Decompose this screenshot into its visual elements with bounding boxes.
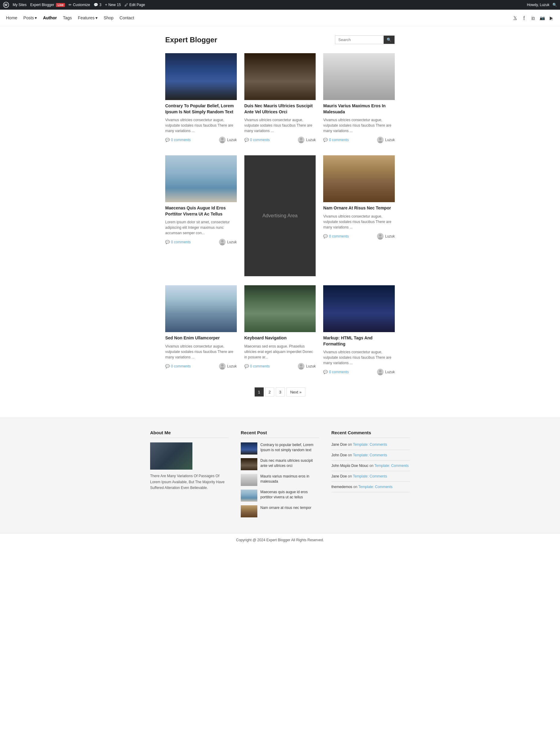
post-title-9[interactable]: Markup: HTML Tags And Formatting <box>323 335 395 347</box>
post-comments-7[interactable]: 💬 0 comments <box>165 364 191 368</box>
post-title-6[interactable]: Nam Ornare At Risus Nec Tempor <box>323 205 395 211</box>
widget-recent-comments: Recent Comments Jane Doe on Template: Co… <box>331 430 410 521</box>
post-comments-2[interactable]: 💬 0 comments <box>244 138 270 142</box>
commenter-4: Jane Doe <box>331 474 347 478</box>
post-title-8[interactable]: Keyboard Navigation <box>244 335 316 341</box>
post-image-7[interactable] <box>165 285 237 332</box>
post-author-9: Luzuk <box>377 369 395 375</box>
svg-point-13 <box>220 367 224 370</box>
nav-tags[interactable]: Tags <box>63 14 72 22</box>
recent-post-title-1[interactable]: Contrary to popular belief, Lorem Ipsum … <box>260 442 319 453</box>
post-body-2: Duis Nec Mauris Ultricies Suscipit Ante … <box>244 100 316 146</box>
post-image-1[interactable] <box>165 53 237 100</box>
main-content: Expert Blogger 🔍 Contrary To Popular Bel… <box>159 26 401 418</box>
nav-contact[interactable]: Contact <box>120 14 134 22</box>
wp-logo-link[interactable]: W <box>3 2 9 8</box>
svg-point-3 <box>220 141 224 143</box>
author-avatar-3 <box>377 137 384 143</box>
post-body-6: Nam Ornare At Risus Nec Tempor Vivamus u… <box>323 202 395 276</box>
social-instagram[interactable]: 📷 <box>539 15 545 21</box>
post-title-7[interactable]: Sed Non Enim Ullamcorper <box>165 335 237 341</box>
admin-customize[interactable]: ✏ Customize <box>68 3 90 7</box>
pagination-page-1[interactable]: 1 <box>255 387 264 397</box>
admin-bar: W My Sites Expert Blogger Live ✏ Customi… <box>0 0 560 10</box>
comment-link-1[interactable]: Template: Comments <box>353 442 387 447</box>
post-image-9[interactable] <box>323 285 395 332</box>
post-meta-2: 💬 0 comments Luzuk <box>244 137 316 143</box>
svg-point-4 <box>300 138 302 140</box>
pagination-page-3[interactable]: 3 <box>276 387 285 397</box>
admin-my-sites[interactable]: My Sites <box>13 3 26 7</box>
post-comments-4[interactable]: 💬 0 comments <box>165 240 191 244</box>
nav-posts[interactable]: Posts ▾ <box>23 14 37 22</box>
top-nav: Home Posts ▾ Author Tags Features ▾ Shop… <box>0 10 560 26</box>
comment-link-2[interactable]: Template: Comments <box>353 453 387 457</box>
advertising-label: Advertising Area <box>262 213 298 218</box>
recent-post-title-5[interactable]: Nam ornare at risus nec tempor <box>260 505 312 510</box>
pagination-page-2[interactable]: 2 <box>265 387 274 397</box>
comment-link-5[interactable]: Template: Comments <box>358 485 392 489</box>
social-facebook[interactable]: f <box>521 15 527 21</box>
svg-point-2 <box>221 138 223 140</box>
post-title-3[interactable]: Mauris Varius Maximus Eros In Malesuada <box>323 103 395 115</box>
comment-link-3[interactable]: Template: Comments <box>375 464 409 468</box>
recent-post-title-2[interactable]: Duis nec mauris ultricies suscipit ante … <box>260 458 319 468</box>
admin-search-icon[interactable]: 🔍 <box>553 3 557 7</box>
nav-author[interactable]: Author <box>43 14 57 22</box>
recent-comments-title: Recent Comments <box>331 430 410 438</box>
social-linkedin[interactable]: in <box>531 15 536 21</box>
search-box: 🔍 <box>335 35 395 44</box>
post-title-2[interactable]: Duis Nec Mauris Ultricies Suscipit Ante … <box>244 103 316 115</box>
post-image-3[interactable] <box>323 53 395 100</box>
post-image-2[interactable] <box>244 53 316 100</box>
nav-features[interactable]: Features ▾ <box>78 14 98 22</box>
recent-post-title-3[interactable]: Mauris varius maximus eros in malesuada <box>260 474 319 484</box>
nav-shop[interactable]: Shop <box>104 14 114 22</box>
post-meta-6: 💬 0 comments Luzuk <box>323 233 395 240</box>
post-body-3: Mauris Varius Maximus Eros In Malesuada … <box>323 100 395 146</box>
recent-post-item-5: Nam ornare at risus nec tempor <box>241 505 319 517</box>
admin-edit-page[interactable]: 🖊 Edit Page <box>124 3 145 7</box>
post-body-9: Markup: HTML Tags And Formatting Vivamus… <box>323 332 395 379</box>
admin-new[interactable]: + New 15 <box>105 3 121 7</box>
search-input[interactable] <box>335 36 384 44</box>
svg-point-16 <box>379 370 381 372</box>
author-avatar-4 <box>219 239 226 245</box>
recent-post-title-4[interactable]: Maecenas quis augue id eros porttitor vi… <box>260 489 319 500</box>
post-title-4[interactable]: Maecenas Quis Augue Id Eros Porttitor Vi… <box>165 205 237 217</box>
post-comments-8[interactable]: 💬 0 comments <box>244 364 270 368</box>
post-image-4[interactable] <box>165 155 237 202</box>
post-meta-9: 💬 0 comments Luzuk <box>323 369 395 375</box>
admin-howdy[interactable]: Howdy, Luzuk <box>527 3 549 7</box>
admin-comments[interactable]: 💬 3 <box>94 3 101 7</box>
pagination-next[interactable]: Next » <box>286 387 306 397</box>
post-comments-6[interactable]: 💬 0 comments <box>323 234 348 238</box>
search-button[interactable]: 🔍 <box>384 36 395 44</box>
post-image-8[interactable] <box>244 285 316 332</box>
admin-expert-blogger[interactable]: Expert Blogger Live <box>30 3 65 7</box>
post-image-6[interactable] <box>323 155 395 202</box>
post-comments-1[interactable]: 💬 0 comments <box>165 138 191 142</box>
pagination: 1 2 3 Next » <box>165 387 395 397</box>
post-comments-9[interactable]: 💬 0 comments <box>323 370 348 374</box>
header-section: Expert Blogger 🔍 <box>165 35 395 44</box>
svg-point-14 <box>300 364 302 367</box>
post-title-1[interactable]: Contrary To Popular Belief, Lorem Ipsum … <box>165 103 237 115</box>
post-author-2: Luzuk <box>298 137 316 143</box>
post-meta-1: 💬 0 comments Luzuk <box>165 137 237 143</box>
nav-home[interactable]: Home <box>6 14 17 22</box>
comment-item-5: themedemos on Template: Comments <box>331 485 410 492</box>
post-card-9: Markup: HTML Tags And Formatting Vivamus… <box>323 285 395 379</box>
comment-link-4[interactable]: Template: Comments <box>353 474 387 478</box>
svg-point-10 <box>379 234 381 237</box>
post-author-6: Luzuk <box>377 233 395 240</box>
social-youtube[interactable]: ▶ <box>548 15 554 21</box>
post-excerpt-8: Maecenas sed eros augue. Phasellus ultri… <box>244 344 316 360</box>
comment-item-3: John Μαρία Doe Ntouc on Template: Commen… <box>331 464 410 471</box>
svg-point-8 <box>221 240 223 243</box>
site-title: Expert Blogger <box>165 36 217 44</box>
post-comments-3[interactable]: 💬 0 comments <box>323 138 348 142</box>
svg-point-6 <box>379 138 381 140</box>
post-card-2: Duis Nec Mauris Ultricies Suscipit Ante … <box>244 53 316 146</box>
social-twitter[interactable]: 𝕏 <box>512 15 518 21</box>
